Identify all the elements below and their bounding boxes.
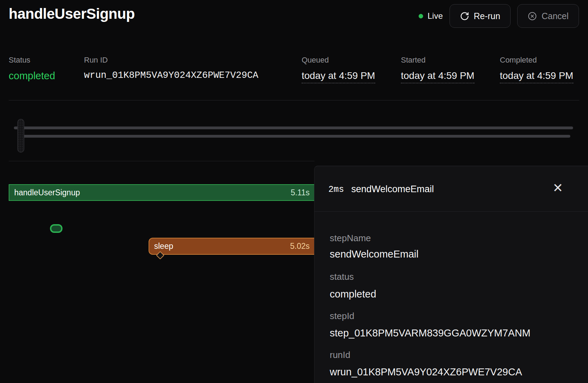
timeline-bar-handleusersignup[interactable]: handleUserSignup 5.11s: [9, 184, 314, 201]
refresh-icon: [460, 11, 469, 21]
detail-label-status: status: [330, 271, 354, 282]
cancel-circle-x-icon: [528, 11, 537, 21]
step-details-header: 2ms sendWelcomeEmail ✕: [314, 166, 588, 212]
minimap-span-sleep: [20, 135, 570, 138]
bar-label: handleUserSignup: [14, 188, 80, 197]
step-details-panel: 2ms sendWelcomeEmail ✕ stepName sendWelc…: [314, 166, 588, 383]
meta-run-id: Run ID wrun_01K8PM5VA9Y024XZ6PWE7V29CA: [84, 56, 258, 81]
live-indicator: Live: [419, 11, 443, 21]
timeline-bar-sleep[interactable]: sleep 5.02s: [149, 238, 314, 255]
detail-label-runid: runId: [330, 350, 350, 360]
page-title: handleUserSignup: [9, 6, 135, 22]
detail-value-stepid: step_01K8PM5VARM839GGA0WZYM7ANM: [330, 327, 530, 339]
top-actions: Live Re-run Cancel: [419, 4, 579, 28]
meta-started-label: Started: [401, 56, 474, 65]
meta-completed-label: Completed: [500, 56, 573, 65]
cancel-label: Cancel: [541, 11, 569, 21]
meta-status-label: Status: [9, 56, 55, 65]
workflow-run-page: handleUserSignup Live Re-run Cancel Stat…: [0, 0, 588, 383]
live-dot-icon: [419, 14, 423, 18]
bar-duration: 5.11s: [291, 188, 310, 197]
detail-value-stepname: sendWelcomeEmail: [330, 248, 419, 260]
minimap-span-root: [14, 127, 573, 129]
step-title: sendWelcomeEmail: [351, 184, 434, 195]
close-icon: ✕: [553, 181, 563, 195]
run-id-value: wrun_01K8PM5VA9Y024XZ6PWE7V29CA: [84, 70, 258, 81]
detail-value-runid: wrun_01K8PM5VA9Y024XZ6PWE7V29CA: [330, 366, 522, 378]
started-timestamp: today at 4:59 PM: [401, 70, 474, 83]
meta-completed: Completed today at 4:59 PM: [500, 56, 573, 83]
rerun-button[interactable]: Re-run: [450, 4, 511, 28]
bar-label: sleep: [154, 242, 173, 251]
queued-timestamp: today at 4:59 PM: [302, 70, 375, 83]
divider: [9, 100, 579, 100]
meta-queued-label: Queued: [302, 56, 375, 65]
completed-timestamp: today at 4:59 PM: [500, 70, 573, 83]
detail-label-stepname: stepName: [330, 233, 371, 244]
timeline-minimap[interactable]: [0, 115, 588, 156]
bar-duration: 5.02s: [290, 242, 310, 251]
meta-started: Started today at 4:59 PM: [401, 56, 474, 83]
timeline-step-pill-sendwelcomeemail[interactable]: [50, 224, 62, 233]
close-panel-button[interactable]: ✕: [549, 179, 566, 197]
timeline-brush-handle[interactable]: [17, 119, 24, 153]
rerun-label: Re-run: [474, 11, 500, 21]
step-duration: 2ms: [328, 185, 344, 195]
status-badge: completed: [9, 70, 55, 82]
live-label: Live: [428, 11, 443, 21]
meta-status: Status completed: [9, 56, 55, 82]
detail-label-stepid: stepId: [330, 311, 354, 321]
divider: [9, 161, 314, 161]
detail-value-status: completed: [330, 288, 376, 300]
meta-run-id-label: Run ID: [84, 56, 258, 65]
meta-queued: Queued today at 4:59 PM: [302, 56, 375, 83]
cancel-button[interactable]: Cancel: [517, 4, 579, 28]
